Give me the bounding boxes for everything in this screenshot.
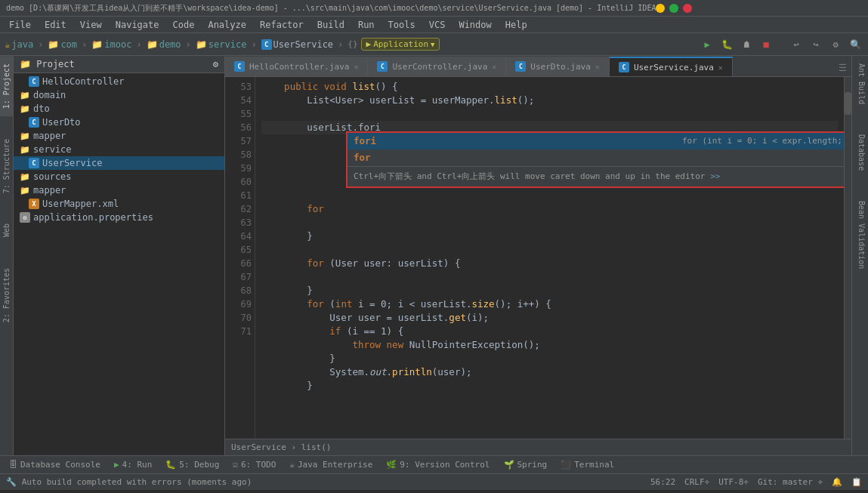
menu-vcs[interactable]: VCS [423,18,452,32]
tab-close-hellocontroller[interactable]: ✕ [354,63,358,71]
coverage-button[interactable]: ☗ [738,36,755,53]
stop-button[interactable]: ■ [758,36,774,53]
undo-button[interactable]: ↩ [788,36,805,53]
menu-file[interactable]: File [3,18,37,32]
code-line-59 [261,216,838,230]
minimize-button[interactable] [656,4,665,13]
menu-help[interactable]: Help [499,18,533,32]
redo-button[interactable]: ↪ [808,36,824,53]
tab-close-userdto[interactable]: ✕ [595,63,600,71]
code-line-53: public void list() { [261,80,838,94]
tool-java-enterprise[interactable]: ☕ Java Enterprise [283,458,378,471]
tool-run[interactable]: ▶ 4: Run [108,458,158,471]
tree-item-userdto[interactable]: C UserDto [14,116,224,129]
run-icon: ▶ [114,460,119,470]
breadcrumb-demo[interactable]: 📁 demo [147,39,181,50]
code-line-61 [261,243,838,257]
right-tab-bean[interactable]: Bean Validation [852,193,868,276]
breadcrumb-service[interactable]: 📁 service [196,39,247,50]
menu-code[interactable]: Code [167,18,201,32]
tree-item-service-folder[interactable]: 📁 service [14,143,224,156]
toolbar: ☕ java › 📁 com › 📁 imooc › 📁 demo › 📁 se… [0,33,868,56]
project-options[interactable]: ⚙ [213,59,218,69]
code-line-64: } [261,284,838,297]
title-text: demo [D:\慕课网\开发工具idea从入门到差不精手\workspace\… [6,3,656,14]
tool-database-console[interactable]: 🗄 Database Console [3,458,107,471]
left-tab-project[interactable]: 1: Project [0,56,13,116]
editor-tabs: C HelloController.java ✕ C UserControlle… [225,56,851,77]
breadcrumb-com[interactable]: 📁 com [48,39,77,50]
menu-build[interactable]: Build [311,18,351,32]
autocomplete-item-fori[interactable]: fori for (int i = 0; i < expr.length; i+… [348,133,844,149]
tab-list-button[interactable]: ☰ [834,60,851,76]
menu-tools[interactable]: Tools [382,18,422,32]
right-tab-database[interactable]: Database [852,127,868,178]
terminal-icon: ⬛ [561,460,571,470]
breadcrumb-imooc[interactable]: 📁 imooc [91,39,131,50]
tab-close-userservice[interactable]: ✕ [718,63,723,72]
close-button[interactable] [683,4,692,13]
search-button[interactable]: 🔍 [847,36,863,53]
code-line-71: } [261,379,838,393]
tree-item-userservice[interactable]: C UserService [14,156,224,170]
left-tab-structure[interactable]: 7: Structure [0,131,13,201]
project-title: 📁 Project [20,59,75,69]
todo-icon: ☑ [233,460,238,470]
tool-version-control[interactable]: 🌿 9: Version Control [380,458,496,471]
bottom-breadcrumb: UserService › list() [225,439,851,455]
menu-window[interactable]: Window [453,18,497,32]
tab-close-usercontroller[interactable]: ✕ [492,63,496,71]
database-console-icon: 🗄 [9,460,17,470]
project-panel: 📁 Project ⚙ C HelloController 📁 domain 📁… [14,56,225,455]
scrollbar-thumb[interactable] [845,92,851,115]
menu-view[interactable]: View [74,18,108,32]
breadcrumb-userservice[interactable]: C UserService [261,39,333,50]
tree-item-hellocontroller[interactable]: C HelloController [14,75,224,88]
tab-usercontroller[interactable]: C UserController.java ✕ [368,57,506,76]
tree-item-usermapper-xml[interactable]: X UserMapper.xml [14,197,224,211]
code-content[interactable]: public void list() { List<User> userList… [255,77,844,439]
tree-item-dto[interactable]: 📁 dto [14,102,224,116]
line-ending[interactable]: CRLF÷ [684,477,709,487]
tab-hellocontroller[interactable]: C HelloController.java ✕ [225,57,368,76]
encoding[interactable]: UTF-8÷ [718,477,749,487]
tool-todo[interactable]: ☑ 6: TODO [227,458,282,471]
menu-analyze[interactable]: Analyze [202,18,252,32]
menu-run[interactable]: Run [352,18,381,32]
tab-userservice[interactable]: C UserService.java ✕ [610,57,733,76]
right-tab-ant[interactable]: Ant Build [852,56,868,112]
code-line-55 [261,107,838,121]
editor-scrollbar[interactable] [844,77,851,439]
status-message: 🔧 Auto build completed with errors (mome… [6,477,641,487]
maximize-button[interactable] [669,4,678,13]
editor-area: C HelloController.java ✕ C UserControlle… [225,56,851,455]
status-right: 56:22 CRLF÷ UTF-8÷ Git: master ÷ 🔔 📋 [650,477,862,487]
tree-item-sources[interactable]: 📁 sources [14,170,224,183]
run-button[interactable]: ▶ [699,36,715,53]
tool-debug[interactable]: 🐛 5: Debug [159,458,225,471]
menu-edit[interactable]: Edit [39,18,73,32]
event-log-icon[interactable]: 📋 [851,477,862,487]
tab-userdto[interactable]: C UserDto.java ✕ [506,57,610,76]
left-tab-web[interactable]: Web [0,216,13,245]
menu-navigate[interactable]: Navigate [110,18,165,32]
notifications-icon[interactable]: 🔔 [832,477,842,487]
tree-item-domain[interactable]: 📁 domain [14,88,224,102]
autocomplete-popup[interactable]: fori for (int i = 0; i < expr.length; i+… [346,131,844,188]
tree-item-mapper[interactable]: 📁 mapper [14,129,224,143]
tree-item-mapper2[interactable]: 📁 mapper [14,183,224,197]
app-badge[interactable]: ▶ Application ▼ [361,38,440,51]
version-control-icon: 🌿 [386,460,397,470]
debug-button[interactable]: 🐛 [718,36,735,53]
menu-refactor[interactable]: Refactor [254,18,310,32]
autocomplete-item-for[interactable]: for [348,149,844,166]
left-tab-favorites[interactable]: 2: Favorites [0,260,13,330]
breadcrumb-java[interactable]: ☕ java [5,39,33,50]
settings-button[interactable]: ⚙ [827,36,844,53]
tool-spring[interactable]: 🌱 Spring [498,458,554,471]
tree-item-application-props[interactable]: ⚙ application.properties [14,211,224,224]
cursor-position[interactable]: 56:22 [650,477,675,487]
autocomplete-more-link[interactable]: >> [710,171,720,181]
tool-terminal[interactable]: ⬛ Terminal [554,458,620,471]
vcs-branch[interactable]: Git: master ÷ [758,477,823,487]
